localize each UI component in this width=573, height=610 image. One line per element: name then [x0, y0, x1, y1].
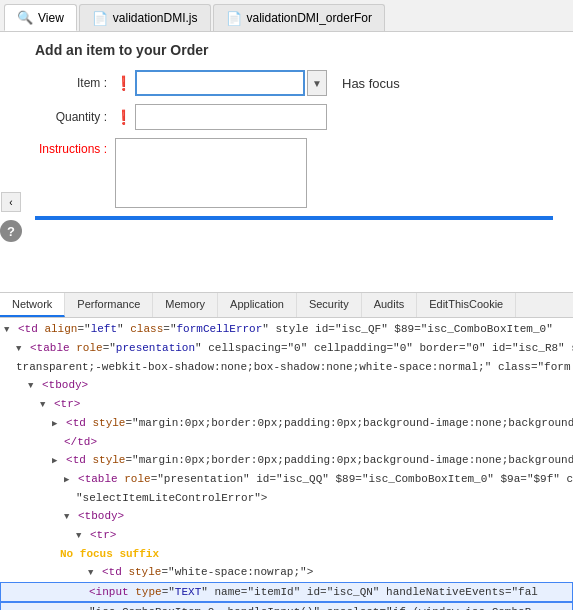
tab-view-label: View [38, 11, 64, 25]
expand-arrow-2[interactable] [16, 342, 21, 354]
file-icon-1: 📄 [92, 11, 108, 26]
devtools-panel: Network Performance Memory Application S… [0, 292, 573, 610]
instructions-label: Instructions : [35, 138, 115, 156]
quantity-error-icon: ❗ [115, 109, 132, 125]
code-line-handleinput: "isc_ComboBoxItem_0._handleInput()" onse… [0, 602, 573, 610]
no-focus-suffix-label: No focus suffix [0, 548, 159, 560]
devtools-tab-network[interactable]: Network [0, 293, 65, 317]
code-line-input: <input type="TEXT" name="itemId" id="isc… [0, 582, 573, 602]
expand-arrow-9[interactable] [64, 473, 69, 485]
expand-arrow-12[interactable] [76, 529, 81, 541]
main-content: ‹ ? Add an item to your Order Item : ❗ ▼… [0, 32, 573, 292]
devtools-tab-application[interactable]: Application [218, 293, 297, 317]
quantity-label: Quantity : [35, 110, 115, 124]
code-line-7: </td> [0, 433, 573, 451]
tab-view[interactable]: 🔍 View [4, 4, 77, 31]
devtools-content: <td align="left" class="formCellError" s… [0, 318, 573, 610]
expand-arrow-6[interactable] [52, 417, 57, 429]
devtools-tab-editthiscookie[interactable]: EditThisCookie [417, 293, 516, 317]
item-row: Item : ❗ ▼ Has focus [35, 70, 553, 96]
item-input-group: ▼ [135, 70, 327, 96]
expand-arrow-1[interactable] [4, 323, 9, 335]
devtools-tab-performance[interactable]: Performance [65, 293, 153, 317]
code-line-13: <td style="white-space:nowrap;"> [0, 563, 573, 582]
code-line-4: <tbody> [0, 376, 573, 395]
code-line-1: <td align="left" class="formCellError" s… [0, 320, 573, 339]
code-line-10: "selectItemLiteControlError"> [0, 489, 573, 507]
code-line-3: transparent;-webkit-box-shadow:none;box-… [0, 358, 573, 376]
tab-validationdmi[interactable]: 📄 validationDMI.js [79, 4, 211, 31]
code-line-9: <table role="presentation" id="isc_QQ" $… [0, 470, 573, 489]
has-focus-label: Has focus [342, 76, 400, 91]
no-focus-label-line: No focus suffix [0, 545, 573, 563]
search-icon: 🔍 [17, 10, 33, 25]
form-title: Add an item to your Order [35, 42, 553, 58]
quantity-row: Quantity : ❗ [35, 104, 553, 130]
help-button[interactable]: ? [0, 220, 22, 242]
tab-validationdmi2[interactable]: 📄 validationDMI_orderFor [213, 4, 385, 31]
instructions-textarea[interactable] [115, 138, 307, 208]
devtools-tabs: Network Performance Memory Application S… [0, 293, 573, 318]
devtools-tab-memory[interactable]: Memory [153, 293, 218, 317]
sidebar-controls: ‹ ? [0, 192, 22, 242]
code-line-6: <td style="margin:0px;border:0px;padding… [0, 414, 573, 433]
devtools-tab-security[interactable]: Security [297, 293, 362, 317]
blue-bar [35, 216, 553, 220]
file-icon-2: 📄 [226, 11, 242, 26]
code-line-8: <td style="margin:0px;border:0px;padding… [0, 451, 573, 470]
expand-arrow-5[interactable] [40, 398, 45, 410]
tab-bar: 🔍 View 📄 validationDMI.js 📄 validationDM… [0, 0, 573, 32]
item-input[interactable] [135, 70, 305, 96]
collapse-button[interactable]: ‹ [1, 192, 21, 212]
code-line-11: <tbody> [0, 507, 573, 526]
tab-validationdmi2-label: validationDMI_orderFor [247, 11, 372, 25]
code-line-12: <tr> [0, 526, 573, 545]
code-line-5: <tr> [0, 395, 573, 414]
expand-arrow-13[interactable] [88, 566, 93, 578]
quantity-input[interactable] [135, 104, 327, 130]
code-line-2: <table role="presentation" cellspacing="… [0, 339, 573, 358]
expand-arrow-8[interactable] [52, 454, 57, 466]
item-dropdown-button[interactable]: ▼ [307, 70, 327, 96]
item-label: Item : [35, 76, 115, 90]
expand-arrow-4[interactable] [28, 379, 33, 391]
devtools-tab-audits[interactable]: Audits [362, 293, 418, 317]
instructions-row: Instructions : [35, 138, 553, 208]
tab-validationdmi-label: validationDMI.js [113, 11, 198, 25]
expand-arrow-11[interactable] [64, 510, 69, 522]
item-error-icon: ❗ [115, 75, 132, 91]
